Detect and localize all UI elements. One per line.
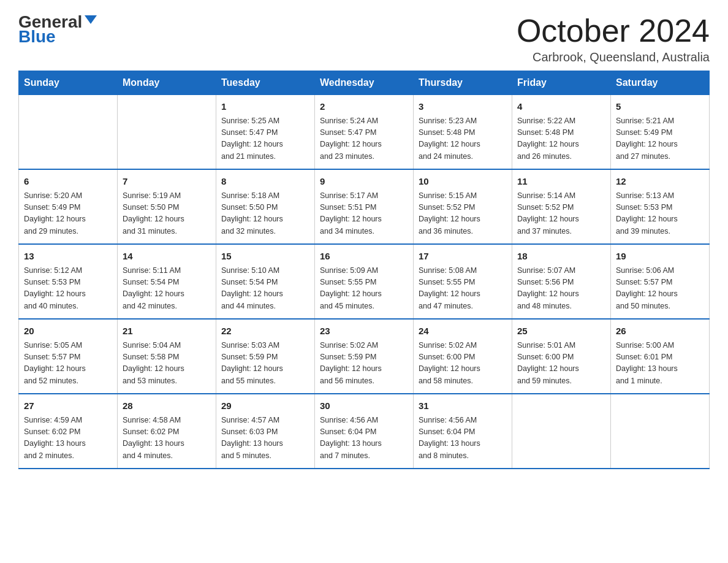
day-info: Sunrise: 5:08 AM Sunset: 5:55 PM Dayligh… [419, 265, 507, 313]
day-info: Sunrise: 5:25 AM Sunset: 5:47 PM Dayligh… [221, 115, 309, 163]
day-info: Sunrise: 4:59 AM Sunset: 6:02 PM Dayligh… [24, 415, 112, 462]
day-info: Sunrise: 5:18 AM Sunset: 5:50 PM Dayligh… [221, 190, 309, 238]
day-number: 30 [320, 399, 408, 413]
calendar-cell: 13Sunrise: 5:12 AM Sunset: 5:53 PM Dayli… [19, 244, 118, 319]
day-number: 22 [221, 324, 309, 339]
day-number: 8 [221, 175, 309, 189]
day-info: Sunrise: 5:14 AM Sunset: 5:52 PM Dayligh… [517, 190, 605, 238]
calendar-cell: 26Sunrise: 5:00 AM Sunset: 6:01 PM Dayli… [611, 319, 710, 394]
calendar-cell: 11Sunrise: 5:14 AM Sunset: 5:52 PM Dayli… [512, 169, 611, 244]
calendar-cell: 1Sunrise: 5:25 AM Sunset: 5:47 PM Daylig… [216, 95, 315, 170]
day-number: 27 [24, 399, 112, 413]
logo-blue-text: Blue [18, 27, 56, 47]
col-header-saturday: Saturday [611, 71, 710, 95]
day-info: Sunrise: 5:17 AM Sunset: 5:51 PM Dayligh… [320, 190, 408, 238]
day-info: Sunrise: 5:00 AM Sunset: 6:01 PM Dayligh… [616, 340, 704, 388]
calendar-cell: 16Sunrise: 5:09 AM Sunset: 5:55 PM Dayli… [315, 244, 414, 319]
day-info: Sunrise: 5:09 AM Sunset: 5:55 PM Dayligh… [320, 265, 408, 313]
col-header-tuesday: Tuesday [216, 71, 315, 95]
day-number: 7 [123, 175, 211, 189]
day-number: 24 [419, 324, 507, 339]
day-number: 18 [517, 250, 605, 264]
day-number: 16 [320, 250, 408, 264]
day-info: Sunrise: 5:23 AM Sunset: 5:48 PM Dayligh… [419, 115, 507, 163]
calendar-cell: 3Sunrise: 5:23 AM Sunset: 5:48 PM Daylig… [414, 95, 512, 170]
day-number: 10 [419, 175, 507, 189]
calendar-subtitle: Carbrook, Queensland, Australia [517, 50, 710, 64]
calendar-week-row: 13Sunrise: 5:12 AM Sunset: 5:53 PM Dayli… [19, 244, 710, 319]
day-number: 13 [24, 250, 112, 264]
calendar-cell: 27Sunrise: 4:59 AM Sunset: 6:02 PM Dayli… [19, 394, 118, 469]
day-info: Sunrise: 5:12 AM Sunset: 5:53 PM Dayligh… [24, 265, 112, 313]
day-info: Sunrise: 5:22 AM Sunset: 5:48 PM Dayligh… [517, 115, 605, 163]
calendar-cell: 28Sunrise: 4:58 AM Sunset: 6:02 PM Dayli… [118, 394, 216, 469]
day-info: Sunrise: 5:20 AM Sunset: 5:49 PM Dayligh… [24, 190, 112, 238]
calendar-title: October 2024 [517, 12, 710, 49]
day-number: 1 [221, 100, 309, 114]
calendar-cell: 15Sunrise: 5:10 AM Sunset: 5:54 PM Dayli… [216, 244, 315, 319]
day-number: 6 [24, 175, 112, 189]
calendar-header-row: SundayMondayTuesdayWednesdayThursdayFrid… [19, 71, 710, 95]
calendar-week-row: 20Sunrise: 5:05 AM Sunset: 5:57 PM Dayli… [19, 319, 710, 394]
day-info: Sunrise: 5:19 AM Sunset: 5:50 PM Dayligh… [123, 190, 211, 238]
calendar-week-row: 1Sunrise: 5:25 AM Sunset: 5:47 PM Daylig… [19, 95, 710, 170]
day-number: 9 [320, 175, 408, 189]
calendar-cell: 4Sunrise: 5:22 AM Sunset: 5:48 PM Daylig… [512, 95, 611, 170]
day-number: 4 [517, 100, 605, 114]
day-info: Sunrise: 5:02 AM Sunset: 6:00 PM Dayligh… [419, 340, 507, 388]
calendar-cell [118, 95, 216, 170]
day-info: Sunrise: 5:07 AM Sunset: 5:56 PM Dayligh… [517, 265, 605, 313]
day-number: 15 [221, 250, 309, 264]
day-number: 5 [616, 100, 704, 114]
day-info: Sunrise: 5:04 AM Sunset: 5:58 PM Dayligh… [123, 340, 211, 388]
day-info: Sunrise: 5:03 AM Sunset: 5:59 PM Dayligh… [221, 340, 309, 388]
day-number: 28 [123, 399, 211, 413]
calendar-cell: 29Sunrise: 4:57 AM Sunset: 6:03 PM Dayli… [216, 394, 315, 469]
day-number: 14 [123, 250, 211, 264]
col-header-monday: Monday [118, 71, 216, 95]
col-header-friday: Friday [512, 71, 611, 95]
calendar-cell: 2Sunrise: 5:24 AM Sunset: 5:47 PM Daylig… [315, 95, 414, 170]
calendar-cell: 5Sunrise: 5:21 AM Sunset: 5:49 PM Daylig… [611, 95, 710, 170]
calendar-table: SundayMondayTuesdayWednesdayThursdayFrid… [18, 71, 710, 469]
day-info: Sunrise: 5:05 AM Sunset: 5:57 PM Dayligh… [24, 340, 112, 388]
calendar-week-row: 27Sunrise: 4:59 AM Sunset: 6:02 PM Dayli… [19, 394, 710, 469]
day-number: 3 [419, 100, 507, 114]
day-number: 23 [320, 324, 408, 339]
day-number: 21 [123, 324, 211, 339]
calendar-cell: 20Sunrise: 5:05 AM Sunset: 5:57 PM Dayli… [19, 319, 118, 394]
day-info: Sunrise: 5:21 AM Sunset: 5:49 PM Dayligh… [616, 115, 704, 163]
day-number: 17 [419, 250, 507, 264]
logo: General Blue [18, 12, 97, 47]
day-info: Sunrise: 5:06 AM Sunset: 5:57 PM Dayligh… [616, 265, 704, 313]
calendar-cell: 25Sunrise: 5:01 AM Sunset: 6:00 PM Dayli… [512, 319, 611, 394]
day-info: Sunrise: 5:01 AM Sunset: 6:00 PM Dayligh… [517, 340, 605, 388]
calendar-cell: 30Sunrise: 4:56 AM Sunset: 6:04 PM Dayli… [315, 394, 414, 469]
day-info: Sunrise: 5:10 AM Sunset: 5:54 PM Dayligh… [221, 265, 309, 313]
calendar-cell [19, 95, 118, 170]
day-info: Sunrise: 5:11 AM Sunset: 5:54 PM Dayligh… [123, 265, 211, 313]
day-info: Sunrise: 5:13 AM Sunset: 5:53 PM Dayligh… [616, 190, 704, 238]
day-info: Sunrise: 4:57 AM Sunset: 6:03 PM Dayligh… [221, 415, 309, 462]
day-info: Sunrise: 4:56 AM Sunset: 6:04 PM Dayligh… [419, 415, 507, 462]
calendar-cell: 17Sunrise: 5:08 AM Sunset: 5:55 PM Dayli… [414, 244, 512, 319]
page-header: General Blue October 2024 Carbrook, Quee… [18, 12, 710, 64]
calendar-week-row: 6Sunrise: 5:20 AM Sunset: 5:49 PM Daylig… [19, 169, 710, 244]
calendar-cell: 6Sunrise: 5:20 AM Sunset: 5:49 PM Daylig… [19, 169, 118, 244]
day-number: 26 [616, 324, 704, 339]
day-info: Sunrise: 5:15 AM Sunset: 5:52 PM Dayligh… [419, 190, 507, 238]
calendar-cell: 7Sunrise: 5:19 AM Sunset: 5:50 PM Daylig… [118, 169, 216, 244]
col-header-wednesday: Wednesday [315, 71, 414, 95]
calendar-cell: 18Sunrise: 5:07 AM Sunset: 5:56 PM Dayli… [512, 244, 611, 319]
calendar-cell: 9Sunrise: 5:17 AM Sunset: 5:51 PM Daylig… [315, 169, 414, 244]
day-number: 31 [419, 399, 507, 413]
col-header-thursday: Thursday [414, 71, 512, 95]
title-block: October 2024 Carbrook, Queensland, Austr… [517, 12, 710, 64]
calendar-cell [512, 394, 611, 469]
logo-triangle-icon [85, 15, 97, 24]
calendar-cell: 21Sunrise: 5:04 AM Sunset: 5:58 PM Dayli… [118, 319, 216, 394]
calendar-cell: 14Sunrise: 5:11 AM Sunset: 5:54 PM Dayli… [118, 244, 216, 319]
calendar-cell: 8Sunrise: 5:18 AM Sunset: 5:50 PM Daylig… [216, 169, 315, 244]
day-number: 11 [517, 175, 605, 189]
day-info: Sunrise: 4:56 AM Sunset: 6:04 PM Dayligh… [320, 415, 408, 462]
